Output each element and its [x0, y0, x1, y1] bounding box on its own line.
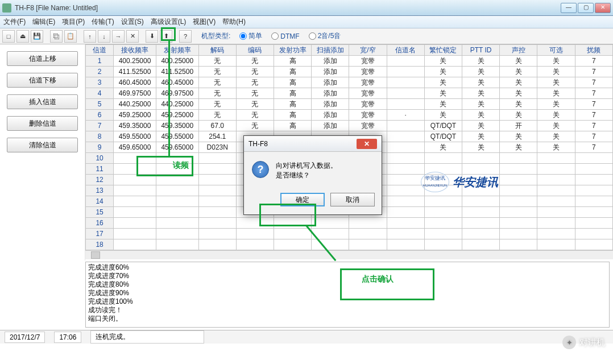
cell[interactable]	[424, 239, 462, 250]
cell[interactable]: 无	[198, 99, 236, 110]
cell[interactable]: 高	[274, 88, 312, 99]
cell[interactable]	[114, 185, 156, 196]
cell[interactable]	[387, 239, 424, 250]
cell[interactable]: 7	[575, 67, 612, 77]
clear-channel-button[interactable]: 清除信道	[7, 138, 78, 152]
cell[interactable]	[500, 239, 537, 250]
cell[interactable]	[500, 175, 537, 185]
menu-item[interactable]: 项目(P)	[62, 17, 85, 27]
cell[interactable]	[537, 164, 575, 175]
cell[interactable]: 高	[274, 67, 312, 77]
cell[interactable]: 无	[198, 88, 236, 99]
cell[interactable]	[575, 207, 612, 218]
cell[interactable]: 宽带	[349, 99, 387, 110]
cell[interactable]: 459.25000	[156, 110, 198, 121]
cell[interactable]: 添加	[312, 77, 349, 88]
cell[interactable]	[537, 175, 575, 185]
cancel-button[interactable]: 取消	[330, 193, 375, 206]
table-row[interactable]: 17	[86, 229, 613, 239]
menu-edit[interactable]: 编辑(E)	[32, 17, 55, 27]
cell[interactable]	[424, 229, 462, 239]
cell[interactable]	[537, 207, 575, 218]
cell[interactable]: 添加	[312, 67, 349, 77]
cell[interactable]	[575, 175, 612, 185]
cell[interactable]	[156, 175, 198, 185]
copy-icon[interactable]: ⿻	[50, 30, 63, 43]
cell[interactable]: 459.65000	[156, 142, 198, 153]
cell[interactable]: 添加	[312, 121, 349, 131]
cell[interactable]: 440.25000	[114, 99, 156, 110]
column-header[interactable]: 发射频率	[156, 45, 198, 56]
cell[interactable]	[198, 229, 236, 239]
cell[interactable]: 无	[198, 56, 236, 67]
cell[interactable]	[114, 239, 156, 250]
cell[interactable]: 关	[462, 142, 500, 153]
cell[interactable]	[387, 56, 424, 67]
column-header[interactable]: 宽/窄	[349, 45, 387, 56]
cell[interactable]: 关	[424, 99, 462, 110]
table-row[interactable]: 4469.97500469.97500无无高添加宽带关关关关7	[86, 88, 613, 99]
cell[interactable]: 无	[236, 99, 274, 110]
cell[interactable]	[500, 196, 537, 207]
cell[interactable]	[424, 185, 462, 196]
cell[interactable]	[156, 239, 198, 250]
cell[interactable]: 7	[575, 56, 612, 67]
cell[interactable]	[575, 196, 612, 207]
column-header[interactable]: 繁忙锁定	[424, 45, 462, 56]
cell[interactable]: 关	[424, 56, 462, 67]
cell[interactable]	[387, 67, 424, 77]
cell[interactable]: 高	[274, 99, 312, 110]
cell[interactable]: 关	[462, 67, 500, 77]
cell[interactable]: 无	[198, 67, 236, 77]
table-row[interactable]: 5440.25000440.25000无无高添加宽带关关关关7	[86, 99, 613, 110]
cell[interactable]: 关	[537, 56, 575, 67]
cell[interactable]: 关	[424, 142, 462, 153]
column-header[interactable]: 信道名	[387, 45, 424, 56]
new-file-icon[interactable]: □	[2, 30, 15, 43]
cell[interactable]	[156, 153, 198, 164]
cell[interactable]: 关	[537, 110, 575, 121]
column-header[interactable]: 编码	[236, 45, 274, 56]
radio-multitone[interactable]: 2音/5音	[309, 31, 341, 41]
menu-view[interactable]: 视图(V)	[193, 17, 216, 27]
cell[interactable]: QT/DQT	[424, 121, 462, 131]
cell[interactable]	[198, 218, 236, 229]
cell[interactable]: 关	[424, 110, 462, 121]
cell[interactable]	[236, 229, 274, 239]
cell[interactable]	[114, 207, 156, 218]
cell[interactable]: 添加	[312, 110, 349, 121]
cell[interactable]: 469.97500	[156, 88, 198, 99]
cell[interactable]: 关	[537, 99, 575, 110]
cell[interactable]	[387, 218, 424, 229]
cell[interactable]: 459.55000	[156, 131, 198, 142]
cell[interactable]	[387, 207, 424, 218]
cell[interactable]: 459.65000	[114, 142, 156, 153]
cell[interactable]	[198, 175, 236, 185]
cell[interactable]: 关	[462, 77, 500, 88]
channel-up-button[interactable]: 信道上移	[7, 51, 78, 66]
cell[interactable]: 关	[462, 131, 500, 142]
cell[interactable]	[114, 164, 156, 175]
cell[interactable]	[349, 218, 387, 229]
cell[interactable]: 高	[274, 56, 312, 67]
cell[interactable]	[156, 196, 198, 207]
cell[interactable]	[274, 218, 312, 229]
cell[interactable]: 无	[236, 88, 274, 99]
cell[interactable]	[462, 164, 500, 175]
cell[interactable]: 添加	[312, 99, 349, 110]
cell[interactable]: 关	[537, 131, 575, 142]
column-header[interactable]: 解码	[198, 45, 236, 56]
cell[interactable]	[387, 196, 424, 207]
dialog-close-button[interactable]: ✕	[357, 139, 377, 149]
cell[interactable]: 7	[575, 99, 612, 110]
window-close-button[interactable]: ✕	[595, 3, 611, 13]
cell[interactable]: 关	[537, 77, 575, 88]
cell[interactable]: 关	[537, 67, 575, 77]
menu-transfer[interactable]: 传输(T)	[92, 17, 114, 27]
cell[interactable]	[387, 142, 424, 153]
cell[interactable]: 460.45000	[114, 77, 156, 88]
cell[interactable]: 高	[274, 121, 312, 131]
column-header[interactable]: 声控	[500, 45, 537, 56]
cell[interactable]: 关	[500, 142, 537, 153]
cell[interactable]: 关	[500, 67, 537, 77]
